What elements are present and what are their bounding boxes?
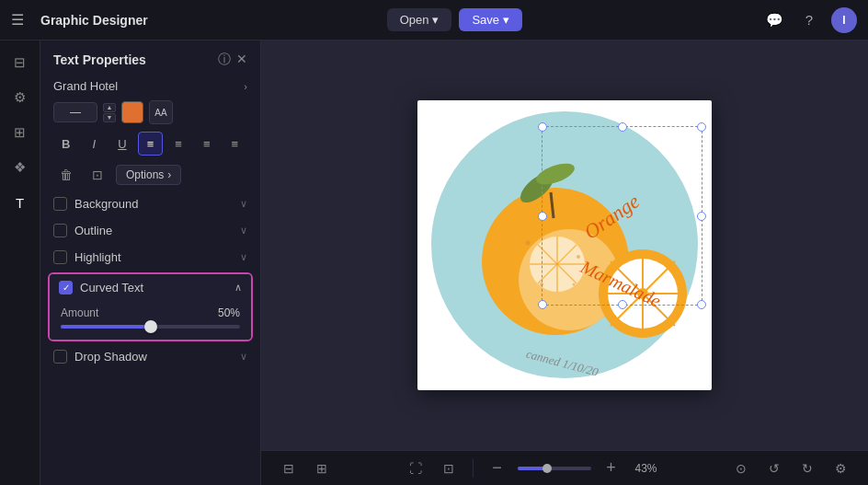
options-button[interactable]: Options ›	[116, 165, 181, 185]
separator-1	[473, 459, 474, 478]
options-chevron-icon: ›	[167, 168, 171, 181]
sidebar-item-layers[interactable]: ⊟	[6, 48, 35, 77]
main: ⊟ ⚙ ⊞ ❖ T Text Properties ⓘ ✕ Grand Hote…	[0, 40, 868, 485]
icon-bar: ⊟ ⚙ ⊞ ❖ T	[0, 40, 40, 485]
panel-header-icons: ⓘ ✕	[218, 52, 247, 68]
background-checkbox[interactable]	[53, 197, 67, 211]
top-bar-center: Open ▾ Save ▾	[159, 8, 750, 31]
bold-button[interactable]: B	[53, 132, 79, 156]
svg-point-20	[577, 255, 580, 259]
chat-icon-button[interactable]: 💬	[761, 7, 787, 33]
left-panel: Text Properties ⓘ ✕ Grand Hotel › ▲ ▼ AA…	[40, 40, 261, 485]
color-swatch[interactable]	[121, 101, 143, 123]
italic-button[interactable]: I	[82, 132, 108, 156]
grid-toggle-icon[interactable]: ⊞	[309, 456, 335, 481]
slider-fill	[61, 325, 151, 329]
text-transform-button[interactable]: AA	[149, 100, 173, 124]
zoom-out-icon[interactable]: −	[485, 456, 510, 481]
svg-text:Orange: Orange	[417, 120, 456, 178]
curved-text-section: ✓ Curved Text ∧ Amount 50%	[48, 272, 253, 341]
crop-icon[interactable]: ⊡	[436, 456, 462, 481]
size-row: ▲ ▼ AA	[40, 97, 260, 128]
sidebar-item-elements[interactable]: ❖	[6, 153, 35, 182]
save-button[interactable]: Save ▾	[459, 8, 522, 31]
highlight-label: Highlight	[74, 250, 233, 264]
layers-toggle-icon[interactable]: ⊟	[276, 456, 302, 481]
curved-text-label: Curved Text	[80, 281, 227, 294]
bottom-bar: ⊟ ⊞ ⛶ ⊡ − + 43% ⊙ ↺ ↻ ⚙	[261, 450, 868, 485]
font-size-input[interactable]	[53, 102, 97, 122]
background-chevron-icon: ∨	[240, 198, 247, 210]
redo-icon[interactable]: ↻	[794, 456, 820, 481]
outline-chevron-icon: ∨	[240, 225, 247, 237]
svg-point-19	[540, 283, 543, 286]
background-label: Background	[74, 197, 233, 211]
bottom-center: ⛶ ⊡ − + 43%	[403, 456, 661, 481]
panel-title: Text Properties	[53, 52, 146, 67]
background-section[interactable]: Background ∨	[40, 191, 260, 217]
panel-header: Text Properties ⓘ ✕	[40, 40, 260, 75]
artboard: Orange Orange Orange Marmalade canned 1/…	[417, 100, 712, 390]
highlight-chevron-icon: ∨	[240, 251, 247, 263]
outline-label: Outline	[74, 224, 233, 237]
drop-shadow-checkbox[interactable]	[53, 350, 67, 364]
curved-text-body: Amount 50%	[50, 301, 251, 340]
canvas-content[interactable]: Orange Orange Orange Marmalade canned 1/…	[261, 40, 868, 450]
avatar[interactable]: I	[831, 7, 857, 33]
top-bar-right: 💬 ? I	[761, 7, 857, 33]
font-row[interactable]: Grand Hotel ›	[40, 75, 260, 97]
info-icon[interactable]: ⓘ	[218, 52, 231, 68]
align-right-button[interactable]: ≡	[194, 132, 220, 156]
font-chevron-icon: ›	[244, 81, 247, 92]
sidebar-item-text[interactable]: T	[6, 188, 35, 217]
font-name-label: Grand Hotel	[53, 79, 244, 93]
sidebar-item-adjustments[interactable]: ⚙	[6, 83, 35, 112]
align-left-button[interactable]: ≡	[138, 132, 164, 156]
size-up-button[interactable]: ▲	[103, 103, 116, 112]
curved-text-chevron-icon: ∧	[234, 282, 242, 294]
svg-point-18	[526, 241, 531, 246]
outline-checkbox[interactable]	[53, 224, 67, 237]
amount-row: Amount 50%	[61, 306, 240, 319]
bottom-right: ⊙ ↺ ↻ ⚙	[728, 456, 853, 481]
canvas-area: Orange Orange Orange Marmalade canned 1/…	[261, 40, 868, 485]
open-button[interactable]: Open ▾	[387, 8, 452, 31]
size-down-button[interactable]: ▼	[103, 113, 116, 122]
amount-label: Amount	[61, 306, 98, 319]
sidebar-item-grid[interactable]: ⊞	[6, 118, 35, 147]
highlight-checkbox[interactable]	[53, 250, 67, 264]
help-icon-button[interactable]: ?	[796, 7, 822, 33]
slider-thumb[interactable]	[144, 320, 157, 333]
zoom-value: 43%	[632, 462, 661, 475]
zoom-thumb[interactable]	[542, 464, 552, 473]
drop-shadow-chevron-icon: ∨	[240, 351, 247, 363]
curved-text-header[interactable]: ✓ Curved Text ∧	[50, 274, 251, 301]
bottom-left: ⊟ ⊞	[276, 456, 335, 481]
size-arrows: ▲ ▼	[103, 103, 116, 122]
delete-icon[interactable]: 🗑	[53, 163, 79, 187]
undo-icon[interactable]: ↺	[761, 456, 787, 481]
svg-point-21	[573, 283, 576, 286]
align-justify-button[interactable]: ≡	[222, 132, 247, 156]
duplicate-icon[interactable]: ⊡	[85, 163, 110, 187]
amount-value: 50%	[218, 306, 240, 319]
format-bar: B I U ≡ ≡ ≡ ≡	[40, 128, 260, 159]
amount-slider-track[interactable]	[61, 325, 240, 329]
close-icon[interactable]: ✕	[236, 52, 247, 68]
zoom-slider[interactable]	[518, 467, 591, 470]
top-bar: ☰ Graphic Designer Open ▾ Save ▾ 💬 ? I	[0, 0, 868, 40]
app-title: Graphic Designer	[40, 13, 148, 28]
curved-text-checkbox[interactable]: ✓	[59, 281, 73, 294]
drop-shadow-label: Drop Shadow	[74, 350, 233, 364]
zoom-in-icon[interactable]: +	[599, 456, 624, 481]
action-row: 🗑 ⊡ Options ›	[40, 159, 260, 191]
align-center-button[interactable]: ≡	[166, 132, 191, 156]
settings-icon[interactable]: ⚙	[828, 456, 853, 481]
underline-button[interactable]: U	[109, 132, 135, 156]
drop-shadow-section[interactable]: Drop Shadow ∨	[40, 343, 260, 370]
outline-section[interactable]: Outline ∨	[40, 217, 260, 244]
menu-icon[interactable]: ☰	[11, 11, 24, 29]
highlight-section[interactable]: Highlight ∨	[40, 244, 260, 271]
history-icon[interactable]: ⊙	[728, 456, 754, 481]
fit-to-screen-icon[interactable]: ⛶	[403, 456, 428, 481]
